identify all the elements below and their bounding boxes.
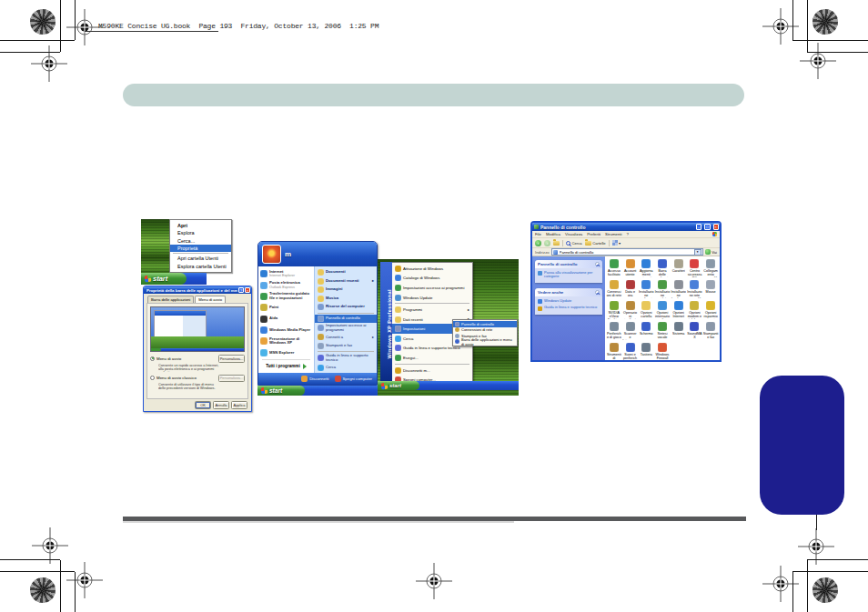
forward-button[interactable]: › bbox=[544, 240, 550, 246]
all-programs-button[interactable]: Tutti i programmi bbox=[258, 361, 314, 371]
control-panel-applet[interactable]: Stampanti e fax bbox=[702, 321, 719, 342]
radio-classic-menu[interactable] bbox=[150, 376, 155, 380]
control-panel-applet[interactable]: Barra delle applicazioni e menu di avvio bbox=[654, 258, 671, 279]
classic-menu-item[interactable] bbox=[395, 303, 469, 304]
control-panel-applet[interactable]: Opzioni Internet bbox=[671, 300, 687, 321]
control-panel-applet[interactable]: Sistema bbox=[671, 321, 687, 342]
classic-menu-item[interactable]: Disconnetti m... bbox=[392, 366, 472, 376]
classic-menu-item[interactable] bbox=[395, 364, 469, 365]
customize-button[interactable]: Personalizza... bbox=[218, 355, 245, 363]
start-menu-app-item[interactable]: Posta elettronicaOutlook Express bbox=[258, 279, 314, 290]
control-panel-applet[interactable]: Data e ora bbox=[622, 279, 639, 300]
menu-tools[interactable]: Strumenti bbox=[605, 232, 621, 236]
start-menu-place-item[interactable]: Stampanti e fax bbox=[315, 342, 377, 351]
control-panel-applet[interactable]: Tastiera bbox=[638, 342, 654, 360]
dialog-titlebar[interactable]: Proprietà della barra delle applicazioni… bbox=[144, 286, 251, 294]
start-menu-app-item[interactable]: InternetInternet Explorer bbox=[258, 268, 314, 279]
address-combo[interactable]: Pannello di controllo ▾ bbox=[551, 248, 703, 256]
start-button[interactable]: start bbox=[257, 386, 305, 396]
context-menu-item[interactable] bbox=[173, 253, 228, 254]
classic-menu-item[interactable]: Catalogo di Windows bbox=[392, 274, 472, 284]
context-menu-item[interactable]: Cerca... bbox=[170, 237, 231, 245]
control-panel-applet[interactable]: Accesso facilitato bbox=[606, 258, 622, 279]
start-menu-place-item[interactable]: Risorse del computer bbox=[315, 303, 377, 312]
help-button[interactable]: ? bbox=[238, 287, 244, 293]
context-menu-item[interactable]: Apri bbox=[170, 222, 231, 229]
control-panel-applet[interactable]: Schermo bbox=[638, 321, 654, 342]
start-button[interactable]: start bbox=[141, 273, 187, 285]
start-menu-app-item[interactable]: MSN Explorer bbox=[258, 347, 314, 358]
customize-classic-button[interactable]: Personalizza... bbox=[218, 375, 245, 383]
context-menu-item[interactable]: Esplora bbox=[170, 229, 231, 236]
menu-help[interactable]: ? bbox=[626, 232, 628, 236]
task-link[interactable]: Guida in linea e supporto tecnico bbox=[538, 306, 600, 311]
context-menu-item[interactable]: Proprietà bbox=[170, 245, 231, 252]
ok-button[interactable]: OK bbox=[195, 401, 211, 409]
control-panel-applet[interactable]: Installazione applicazioni bbox=[638, 279, 654, 300]
task-box-header[interactable]: Pannello di controllo bbox=[535, 260, 602, 268]
control-panel-applet[interactable]: NVIDIA nView Desktop Manager bbox=[606, 300, 622, 321]
control-panel-applet[interactable]: Collegamento senza fili bbox=[702, 258, 719, 279]
start-menu-place-item[interactable]: Documenti bbox=[315, 268, 377, 277]
task-link[interactable]: Windows Update bbox=[538, 299, 600, 305]
task-link[interactable]: Passa alla visualizzazione per categorie bbox=[538, 271, 600, 279]
session-button[interactable]: Disconnetti bbox=[301, 376, 328, 382]
task-box-header[interactable]: Vedere anche bbox=[535, 288, 602, 296]
start-menu-app-item[interactable]: Aida bbox=[258, 314, 314, 325]
start-menu-app-item[interactable]: Presentazione di Windows XP bbox=[258, 336, 314, 346]
address-dropdown-button[interactable]: ▾ bbox=[694, 249, 701, 256]
menu-edit[interactable]: Modifica bbox=[546, 232, 560, 236]
back-button[interactable]: ‹ bbox=[535, 240, 541, 246]
go-button[interactable]: Vai bbox=[705, 249, 717, 255]
menu-file[interactable]: File bbox=[535, 232, 541, 236]
classic-menu-item[interactable]: Programmi bbox=[392, 305, 472, 315]
control-panel-applet[interactable]: Aggiornamenti automatici bbox=[638, 258, 654, 279]
start-button[interactable]: start bbox=[378, 381, 419, 390]
start-menu-place-item[interactable]: Documenti recenti bbox=[315, 277, 377, 286]
control-panel-applet[interactable]: Account utente bbox=[622, 258, 639, 279]
start-menu-place-item[interactable]: Immagini bbox=[315, 286, 377, 295]
control-panel-applet[interactable]: SoundMAX bbox=[687, 321, 703, 342]
control-panel-applet[interactable]: Operazioni pianificate bbox=[622, 300, 639, 321]
window-titlebar[interactable]: Pannello di controllo – □ × bbox=[532, 223, 720, 231]
apply-button[interactable]: Applica bbox=[231, 401, 247, 409]
control-panel-applet[interactable]: Strumenti di amministrazione bbox=[606, 342, 622, 360]
dialog-tab[interactable]: Barra delle applicazioni bbox=[147, 296, 194, 303]
folders-button[interactable]: Cartelle bbox=[585, 241, 606, 246]
minimize-button[interactable]: – bbox=[696, 224, 702, 230]
control-panel-applet[interactable]: Periferiche di gioco bbox=[606, 321, 622, 342]
control-panel-applet[interactable]: Opzioni modem e telefono bbox=[687, 300, 703, 321]
control-panel-applet[interactable]: Connessioni di rete bbox=[606, 279, 622, 300]
menu-view[interactable]: Visualizza bbox=[565, 232, 582, 236]
start-menu-place-item[interactable] bbox=[318, 313, 374, 314]
control-panel-applet[interactable]: Installazione hardware bbox=[671, 279, 687, 300]
control-panel-applet[interactable]: Opzioni risparmio energia bbox=[702, 300, 719, 321]
start-menu-place-item[interactable]: Guida in linea e supporto tecnico bbox=[315, 353, 377, 363]
start-menu-app-item[interactable]: Paint bbox=[258, 302, 314, 313]
start-menu-place-item[interactable]: Pannello di controllo bbox=[315, 315, 377, 324]
context-menu-item[interactable]: Apri cartella Utenti bbox=[170, 255, 231, 262]
menu-favorites[interactable]: Preferiti bbox=[587, 232, 601, 236]
up-button[interactable] bbox=[553, 241, 560, 246]
control-panel-applet[interactable]: Caratteri bbox=[671, 258, 687, 279]
control-panel-applet[interactable]: Sintesi vocale bbox=[654, 321, 671, 342]
control-panel-applet[interactable]: Installazione guidata rete bbox=[654, 279, 671, 300]
start-menu-place-item[interactable]: Cerca bbox=[315, 363, 377, 372]
control-panel-applet[interactable]: Opzioni internazionali e della lingua bbox=[654, 300, 671, 321]
classic-menu-item[interactable]: Impostazioni accesso ai programmi bbox=[392, 283, 472, 293]
start-menu-place-item[interactable]: Musica bbox=[315, 295, 377, 304]
close-button[interactable]: × bbox=[713, 224, 720, 230]
radio-start-menu[interactable] bbox=[150, 356, 155, 361]
submenu-item[interactable]: Barra delle applicazioni e menu di avvio bbox=[453, 339, 517, 346]
classic-menu-item[interactable]: Windows Update bbox=[392, 293, 472, 303]
chevron-up-icon[interactable] bbox=[595, 290, 600, 295]
control-panel-applet[interactable]: Mouse bbox=[702, 279, 719, 300]
control-panel-applet[interactable]: Opzioni cartella bbox=[638, 300, 654, 321]
start-menu-app-item[interactable]: Windows Media Player bbox=[258, 325, 314, 336]
start-menu-place-item[interactable] bbox=[318, 351, 374, 352]
dialog-tab[interactable]: Menu di avvio bbox=[195, 296, 226, 303]
close-button[interactable]: × bbox=[245, 287, 250, 293]
control-panel-applet[interactable]: Centro sicurezza PC bbox=[687, 258, 703, 279]
classic-menu-item[interactable]: Attivazione di Windows bbox=[392, 264, 472, 274]
start-menu-app-item[interactable]: Trasferimento guidato file e impostazion… bbox=[258, 291, 314, 302]
